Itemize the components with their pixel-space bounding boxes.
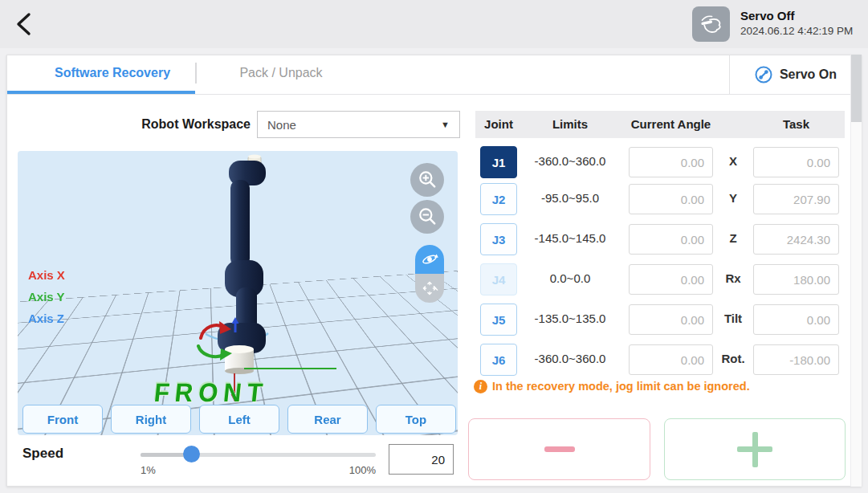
joint-j5-limits: -135.0~135.0 — [522, 312, 618, 325]
hand-gesture-icon — [698, 12, 725, 36]
orbit-rotate-icon — [419, 249, 440, 270]
speed-label: Speed — [22, 446, 63, 462]
joint-table-header: Joint Limits Current Angle Task — [475, 111, 845, 138]
chevron-left-icon — [11, 10, 39, 38]
view-top-button[interactable]: Top — [376, 405, 456, 434]
workspace-selected-value: None — [258, 118, 441, 132]
joint-j6-limits: -360.0~360.0 — [522, 352, 618, 365]
speed-slider-fill — [141, 453, 189, 457]
task-rot-input[interactable] — [753, 344, 839, 375]
task-rx-label: Rx — [719, 271, 748, 285]
view-right-button[interactable]: Right — [111, 405, 191, 434]
task-z-label: Z — [719, 231, 748, 245]
task-rx-input[interactable] — [753, 264, 839, 295]
joint-j3-button[interactable]: J3 — [480, 223, 517, 255]
joint-row-j4: J4 0.0~0.0 Rx — [475, 263, 845, 295]
scrollbar-thumb[interactable] — [851, 55, 862, 122]
task-tilt-input[interactable] — [753, 304, 839, 335]
joint-j6-button[interactable]: J6 — [480, 344, 517, 376]
front-orientation-label: FRONT — [153, 377, 270, 408]
rotate-view-button[interactable] — [415, 245, 444, 274]
speed-min-label: 1% — [141, 464, 156, 476]
joint-j1-limits: -360.0~360.0 — [522, 154, 618, 168]
grid-floor — [18, 151, 458, 312]
joint-j2-button[interactable]: J2 — [480, 183, 517, 215]
task-x-label: X — [719, 154, 748, 168]
joint-row-j3: J3 -145.0~145.0 Z — [475, 223, 845, 255]
task-tilt-label: Tilt — [719, 312, 748, 325]
axis-y-label: Axis Y — [28, 290, 65, 304]
robot-3d-viewport[interactable]: Axis X Axis Y Axis Z FRONT — [18, 151, 458, 435]
axis-z-label: Axis Z — [28, 312, 64, 325]
task-z-input[interactable] — [753, 224, 839, 255]
tab-pack-unpack[interactable]: Pack / Unpack — [205, 66, 357, 80]
header-task: Task — [753, 117, 839, 131]
speed-max-label: 100% — [337, 464, 376, 476]
status-timestamp: 2024.06.12 4:42:19 PM — [740, 25, 853, 37]
servo-on-button[interactable]: Servo On — [730, 55, 861, 94]
joint-j5-current-angle-input[interactable] — [629, 304, 713, 335]
speed-slider-thumb[interactable] — [183, 446, 200, 462]
joint-row-j2: J2 -95.0~95.0 Y — [475, 183, 845, 215]
back-button[interactable] — [11, 10, 39, 38]
joint-j1-current-angle-input[interactable] — [629, 147, 713, 177]
joint-j4-current-angle-input[interactable] — [629, 264, 713, 295]
robot-workspace-dropdown[interactable]: None ▼ — [257, 111, 460, 138]
header-current-angle: Current Angle — [629, 117, 713, 131]
joint-j5-button[interactable]: J5 — [480, 304, 517, 336]
tab-software-recovery[interactable]: Software Recovery — [24, 66, 201, 80]
info-icon: i — [474, 380, 487, 393]
tab-separator — [195, 63, 197, 84]
joint-row-j5: J5 -135.0~135.0 Tilt — [475, 304, 845, 336]
servo-on-label: Servo On — [780, 67, 837, 82]
servo-link-icon — [754, 65, 773, 84]
task-rot-label: Rot. — [719, 352, 748, 365]
joint-row-j1: J1 -360.0~360.0 X — [475, 146, 845, 178]
zoom-out-button[interactable] — [410, 200, 444, 234]
task-y-input[interactable] — [753, 184, 839, 214]
joint-row-j6: J6 -360.0~360.0 Rot. — [475, 344, 845, 376]
speed-value-input[interactable] — [389, 444, 454, 475]
axis-x-label: Axis X — [28, 268, 65, 282]
plus-icon — [736, 431, 773, 468]
joint-j6-current-angle-input[interactable] — [629, 344, 713, 375]
robot-workspace-label: Robot Workspace — [112, 117, 251, 132]
view-mode-toggle — [415, 245, 444, 303]
top-bar — [0, 0, 868, 48]
joint-j4-button[interactable]: J4 — [480, 263, 517, 295]
zoom-in-button[interactable] — [410, 163, 444, 197]
hand-guide-button[interactable] — [692, 6, 730, 42]
task-x-input[interactable] — [753, 147, 839, 177]
view-front-button[interactable]: Front — [22, 405, 103, 434]
view-rear-button[interactable]: Rear — [287, 405, 368, 434]
jog-plus-button[interactable] — [664, 418, 846, 480]
pan-view-button[interactable] — [415, 274, 444, 303]
joint-j3-limits: -145.0~145.0 — [522, 231, 618, 245]
view-left-button[interactable]: Left — [199, 405, 279, 434]
joint-j4-limits: 0.0~0.0 — [522, 271, 618, 285]
magnifier-plus-icon — [415, 168, 439, 192]
recovery-mode-notice: In the recovery mode, jog limit can be i… — [492, 380, 750, 393]
pan-arrows-icon — [419, 278, 440, 299]
jog-minus-button[interactable] — [468, 418, 650, 480]
active-tab-underline — [7, 91, 195, 94]
header-joint: Joint — [480, 117, 517, 131]
magnifier-minus-icon — [415, 205, 439, 229]
minus-icon — [544, 446, 575, 452]
tab-row-divider — [6, 94, 862, 95]
joint-j2-current-angle-input[interactable] — [629, 184, 713, 214]
header-limits: Limits — [522, 117, 618, 131]
servo-status-label: Servo Off — [740, 9, 795, 22]
dropdown-caret-icon: ▼ — [441, 120, 459, 129]
joint-j2-limits: -95.0~95.0 — [522, 191, 618, 205]
task-y-label: Y — [719, 191, 748, 205]
joint-j1-button[interactable]: J1 — [480, 146, 517, 178]
joint-j3-current-angle-input[interactable] — [629, 224, 713, 255]
